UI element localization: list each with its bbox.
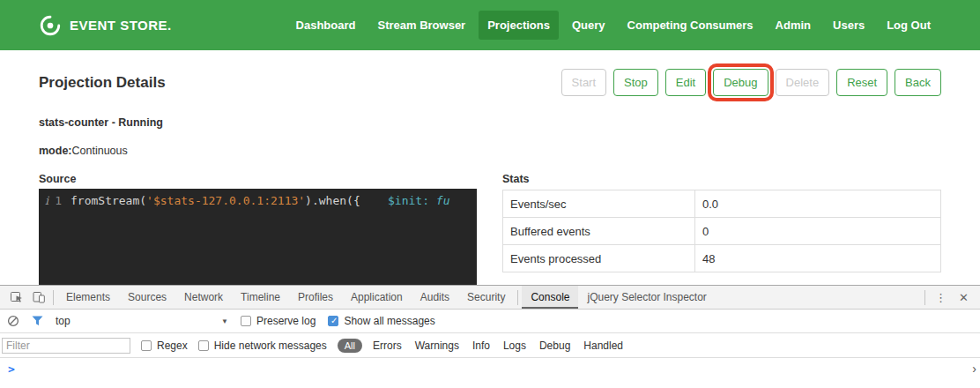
top-nav: EVENT STORE. Dashboard Stream Browser Pr… [0, 0, 980, 50]
regex-label[interactable]: Regex [157, 340, 188, 352]
nav-item-competing-consumers[interactable]: Competing Consumers [619, 11, 762, 40]
mode-value: Continuous [72, 145, 128, 157]
nav-item-admin[interactable]: Admin [767, 11, 820, 40]
mode-label: mode: [39, 145, 72, 157]
chevron-right-icon[interactable]: › [972, 362, 976, 376]
tab-timeline[interactable]: Timeline [232, 286, 289, 309]
event-store-logo-icon [39, 14, 62, 37]
editor-gutter: i1 [39, 192, 71, 209]
frame-selector[interactable]: top ▼ [56, 315, 228, 327]
filter-input[interactable] [2, 338, 130, 354]
regex-option: Regex [141, 340, 188, 352]
nav-item-dashboard[interactable]: Dashboard [287, 11, 365, 40]
tab-audits[interactable]: Audits [412, 286, 458, 309]
table-row: Buffered events 0 [503, 218, 941, 245]
line-number: 1 [55, 192, 62, 209]
back-button[interactable]: Back [895, 69, 941, 96]
page-content: Projection Details Start Stop Edit Debug… [0, 50, 980, 285]
preserve-log-option: Preserve log [241, 315, 316, 327]
show-all-messages-option: Show all messages [328, 315, 434, 327]
code-line: i1 fromStream('$stats-127.0.0.1:2113').w… [39, 189, 477, 209]
nav-item-projections[interactable]: Projections [479, 11, 559, 40]
code-token-keyword: fu [429, 194, 449, 207]
projection-status: stats-counter - Running [39, 116, 163, 129]
stats-heading: Stats [502, 173, 530, 185]
clear-console-icon[interactable] [7, 315, 19, 327]
stop-button[interactable]: Stop [613, 69, 658, 96]
projection-mode: mode:Continuous [39, 145, 128, 157]
table-row: Events processed 48 [503, 245, 941, 272]
console-input-area[interactable]: > › [0, 358, 980, 388]
hide-network-messages-option: Hide network messages [198, 340, 327, 352]
nav-item-query[interactable]: Query [563, 11, 614, 40]
level-filter-all[interactable]: All [338, 339, 362, 353]
tab-network[interactable]: Network [175, 286, 232, 309]
tab-security[interactable]: Security [458, 286, 514, 309]
devtools-panel: Elements Sources Network Timeline Profil… [0, 285, 980, 388]
divider [53, 290, 54, 305]
code-token-keyword: $init: [388, 194, 429, 207]
tab-sources[interactable]: Sources [119, 286, 175, 309]
code-token-string: '$stats-127.0.0.1:2113' [146, 194, 305, 207]
chevron-down-icon: ▼ [221, 317, 228, 325]
nav-item-stream-browser[interactable]: Stream Browser [368, 11, 474, 40]
overflow-menu-icon[interactable]: ⋮ [929, 291, 953, 304]
regex-checkbox[interactable] [141, 340, 152, 351]
code-token-plain: fromStream( [71, 194, 146, 207]
close-icon[interactable]: ✕ [953, 291, 975, 304]
level-filter-logs[interactable]: Logs [503, 340, 526, 352]
page-title: Projection Details [39, 74, 166, 92]
stat-label: Events/sec [503, 190, 695, 218]
show-all-messages-checkbox[interactable] [328, 316, 338, 326]
code-editor[interactable]: i1 fromStream('$stats-127.0.0.1:2113').w… [39, 189, 477, 285]
nav-item-log-out[interactable]: Log Out [878, 11, 939, 40]
divider [924, 290, 925, 305]
code-text: fromStream('$stats-127.0.0.1:2113').when… [71, 192, 450, 209]
hide-network-messages-checkbox[interactable] [198, 340, 209, 351]
debug-button[interactable]: Debug [713, 69, 768, 96]
brand-logo[interactable]: EVENT STORE. [39, 14, 172, 37]
device-toolbar-icon[interactable] [27, 286, 49, 309]
projection-actions: Start Stop Edit Debug Delete Reset Back [561, 69, 941, 96]
stat-value: 0.0 [695, 190, 941, 218]
stat-label: Buffered events [503, 218, 695, 245]
frame-selector-value: top [56, 315, 71, 327]
tab-console[interactable]: Console [522, 286, 578, 309]
stat-value: 48 [695, 245, 941, 272]
stat-value: 0 [695, 218, 941, 245]
preserve-log-checkbox[interactable] [241, 316, 251, 326]
tab-application[interactable]: Application [342, 286, 412, 309]
preserve-log-label[interactable]: Preserve log [256, 315, 316, 327]
level-filter-handled[interactable]: Handled [583, 340, 623, 352]
divider [517, 290, 518, 305]
inspect-element-icon[interactable] [5, 286, 27, 309]
code-token-whitespace [360, 194, 388, 207]
start-button[interactable]: Start [561, 69, 606, 96]
console-toolbar: top ▼ Preserve log Show all messages [0, 310, 980, 333]
hide-network-messages-label[interactable]: Hide network messages [214, 340, 327, 352]
table-row: Events/sec 0.0 [503, 190, 941, 218]
brand-name: EVENT STORE. [70, 18, 172, 33]
devtools-tab-bar: Elements Sources Network Timeline Profil… [0, 286, 980, 310]
source-heading: Source [39, 173, 76, 185]
code-token-plain: ).when({ [305, 194, 360, 207]
level-filter-errors[interactable]: Errors [373, 340, 402, 352]
show-all-messages-label[interactable]: Show all messages [344, 315, 434, 327]
nav-item-users[interactable]: Users [824, 11, 873, 40]
console-filter-bar: Regex Hide network messages All Errors W… [0, 333, 980, 358]
level-filter-info[interactable]: Info [472, 340, 490, 352]
tab-profiles[interactable]: Profiles [289, 286, 342, 309]
level-filter-warnings[interactable]: Warnings [415, 340, 459, 352]
tab-elements[interactable]: Elements [57, 286, 119, 309]
stats-table: Events/sec 0.0 Buffered events 0 Events … [502, 190, 941, 272]
filter-funnel-icon[interactable] [32, 316, 43, 326]
delete-button[interactable]: Delete [776, 69, 830, 96]
gutter-info-icon: i [45, 192, 48, 209]
level-filters: Errors Warnings Info Logs Debug Handled [373, 340, 623, 352]
nav-items: Dashboard Stream Browser Projections Que… [287, 11, 939, 40]
edit-button[interactable]: Edit [665, 69, 706, 96]
console-prompt-icon: > [8, 362, 15, 376]
reset-button[interactable]: Reset [836, 69, 887, 96]
tab-jquery-selector-inspector[interactable]: jQuery Selector Inspector [578, 286, 715, 309]
level-filter-debug[interactable]: Debug [539, 340, 570, 352]
